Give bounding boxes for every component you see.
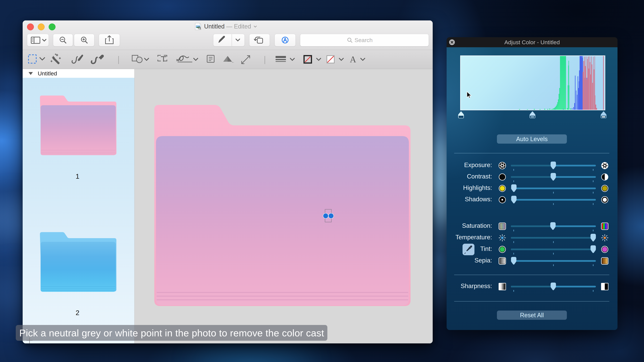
svg-text:A: A bbox=[350, 55, 356, 64]
